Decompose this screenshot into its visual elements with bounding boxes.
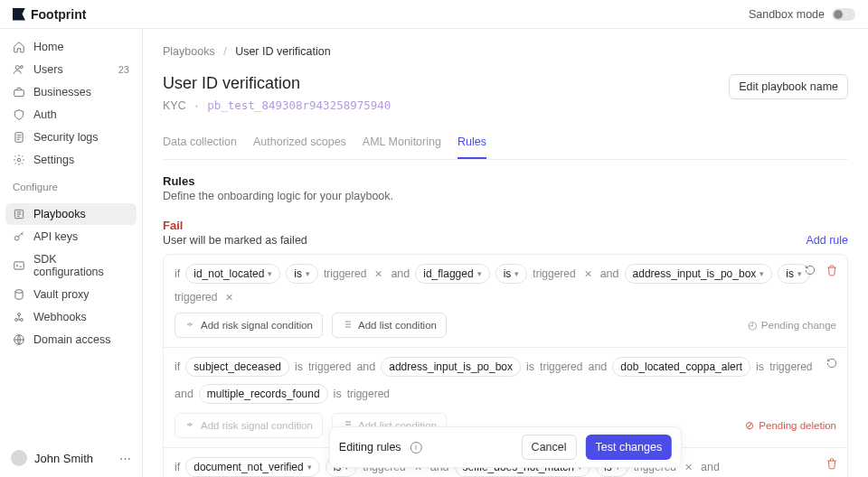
brand-text: Footprint [31, 7, 86, 22]
rules-subheading: Define the onboarding logic for your pla… [163, 190, 848, 202]
shield-icon [13, 108, 25, 121]
fail-outcome-sub: User will be marked as failed [163, 234, 307, 247]
condition-signal-select[interactable]: address_input_is_po_box▾ [625, 264, 773, 284]
chevron-down-icon: ▾ [477, 269, 482, 278]
svg-rect-7 [14, 262, 24, 269]
and-keyword: and [701, 461, 720, 473]
revert-icon[interactable] [804, 264, 816, 279]
and-keyword: and [391, 267, 410, 280]
add-list-condition-button[interactable]: Add list condition [332, 313, 447, 338]
chevron-down-icon: ▾ [307, 463, 312, 472]
signal-icon [184, 419, 195, 432]
condition-op-select[interactable]: is▾ [495, 264, 528, 284]
sidebar-item-label: Webhooks [33, 311, 87, 323]
breadcrumb: Playbooks / User ID verification [163, 45, 848, 58]
tab-authorized-scopes[interactable]: Authorized scopes [253, 128, 346, 159]
condition-op-select[interactable]: is▾ [286, 264, 318, 284]
user-name: John Smith [34, 452, 93, 465]
fail-outcome-label: Fail [163, 219, 307, 232]
sidebar-item-label: Businesses [33, 86, 91, 98]
triggered-label: triggered [533, 267, 575, 280]
sidebar-item-vault-proxy[interactable]: Vault proxy [5, 284, 137, 305]
edit-playbook-name-button[interactable]: Edit playbook name [729, 74, 848, 99]
and-keyword: and [175, 388, 193, 400]
revert-icon[interactable] [826, 357, 838, 372]
terminal-icon [13, 259, 25, 272]
tab-aml-monitoring[interactable]: AML Monitoring [363, 128, 441, 159]
remove-condition-button[interactable]: ✕ [222, 292, 236, 304]
triggered-label: triggered [324, 267, 366, 280]
triggered-label: triggered [540, 360, 582, 373]
chevron-down-icon: ▾ [514, 269, 519, 278]
cancel-button[interactable]: Cancel [522, 435, 577, 460]
triggered-label: triggered [347, 388, 390, 400]
users-icon [13, 63, 25, 76]
editing-rules-label: Editing rules [339, 441, 401, 454]
sidebar-item-label: Settings [33, 154, 74, 166]
remove-condition-button[interactable]: ✕ [372, 268, 385, 280]
sidebar-item-businesses[interactable]: Businesses [5, 81, 137, 103]
playbook-icon [13, 208, 25, 220]
sidebar-item-label: Home [33, 41, 63, 53]
playbook-kind: KYC [163, 99, 186, 112]
add-risk-signal-button[interactable]: Add risk signal condition [175, 313, 323, 338]
sidebar-item-users[interactable]: Users 23 [5, 59, 137, 80]
sidebar-item-settings[interactable]: Settings [5, 149, 137, 171]
svg-point-9 [15, 318, 18, 321]
sidebar-item-playbooks[interactable]: Playbooks [5, 203, 137, 225]
sidebar-item-domain[interactable]: Domain access [5, 329, 137, 351]
condition-signal-select[interactable]: id_not_located▾ [185, 264, 280, 284]
briefcase-icon [13, 86, 25, 98]
delete-icon[interactable] [826, 457, 838, 472]
signal-icon [184, 319, 195, 332]
clock-icon: ◴ [748, 319, 757, 332]
svg-point-10 [20, 318, 23, 321]
editing-rules-bar: Editing rules i Cancel Test changes [329, 426, 682, 468]
page-title: User ID verification [163, 74, 391, 93]
sidebar-item-label: Security logs [33, 131, 99, 144]
tab-data-collection[interactable]: Data collection [163, 128, 237, 159]
list-icon [342, 319, 353, 332]
sidebar-item-label: Playbooks [33, 208, 86, 220]
sidebar-item-label: Vault proxy [33, 288, 90, 301]
remove-condition-button[interactable]: ✕ [581, 268, 595, 280]
svg-point-1 [20, 66, 23, 69]
svg-point-6 [14, 236, 19, 240]
add-rule-button[interactable]: Add rule [806, 234, 848, 247]
sidebar-item-home[interactable]: Home [5, 36, 137, 58]
brand-logo-icon [13, 8, 25, 21]
info-icon[interactable]: i [410, 442, 422, 454]
chevron-down-icon: ▾ [760, 269, 764, 278]
condition-signal: multiple_records_found [199, 384, 328, 404]
pending-deletion-badge: ⊘ Pending deletion [745, 419, 836, 432]
sidebar-item-api-keys[interactable]: API keys [5, 226, 137, 248]
user-menu-button[interactable]: ⋯ [119, 452, 131, 465]
remove-condition-button[interactable]: ✕ [682, 462, 695, 473]
sidebar-item-webhooks[interactable]: Webhooks [5, 306, 137, 328]
if-keyword: if [175, 267, 180, 280]
webhook-icon [13, 311, 25, 323]
brand: Footprint [13, 7, 86, 22]
svg-point-4 [17, 158, 21, 162]
pending-change-badge: ◴ Pending change [748, 319, 836, 332]
breadcrumb-root[interactable]: Playbooks [163, 45, 215, 58]
sidebar-item-auth[interactable]: Auth [5, 104, 137, 126]
gear-icon [13, 154, 25, 166]
triggered-label: triggered [769, 360, 812, 373]
sandbox-toggle[interactable] [832, 8, 855, 21]
condition-signal-select[interactable]: id_flagged▾ [415, 264, 489, 284]
chevron-down-icon: ▾ [797, 269, 802, 278]
test-changes-button[interactable]: Test changes [586, 435, 673, 460]
svg-point-8 [15, 290, 23, 294]
playbook-id: pb_test_849308r943258975940 [207, 98, 391, 112]
delete-icon[interactable] [826, 264, 838, 279]
database-icon [13, 288, 25, 301]
globe-icon [13, 333, 25, 346]
sidebar-item-security-logs[interactable]: Security logs [5, 126, 137, 148]
triggered-label: triggered [175, 291, 217, 304]
condition-signal-select[interactable]: document_not_verified▾ [185, 457, 319, 477]
sidebar-item-sdk[interactable]: SDK configurations [5, 248, 137, 283]
sidebar-item-label: Auth [33, 108, 57, 121]
tab-rules[interactable]: Rules [458, 128, 486, 159]
sidebar-item-label: API keys [33, 230, 78, 243]
